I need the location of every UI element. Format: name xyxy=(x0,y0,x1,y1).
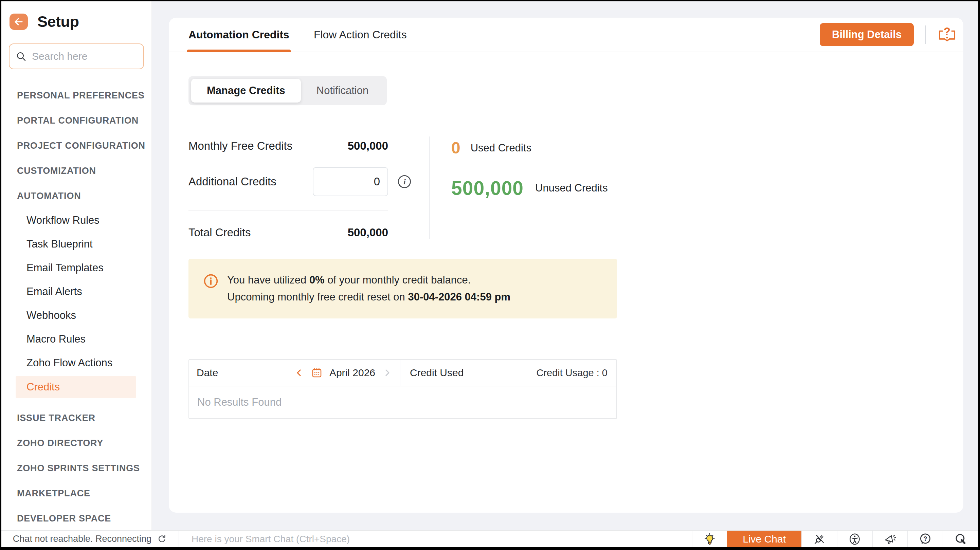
statusbar-icons: Live Chat ? xyxy=(692,531,978,547)
bottom-status-bar: Chat not reachable. Reconnecting Live Ch… xyxy=(2,530,978,547)
announcements-button[interactable] xyxy=(872,531,907,547)
usage-table-empty-row: No Results Found xyxy=(189,386,616,418)
sidebar-section-project-configuration[interactable]: PROJECT CONFIGURATION xyxy=(2,133,151,158)
credits-card: Automation Credits Flow Action Credits B… xyxy=(169,17,963,513)
previous-month-button[interactable] xyxy=(294,368,304,378)
sidebar-nav: PERSONAL PREFERENCES PORTAL CONFIGURATIO… xyxy=(2,83,151,530)
disconnect-button[interactable] xyxy=(802,531,837,547)
additional-credits-info-button[interactable]: i xyxy=(397,174,412,189)
accessibility-button[interactable] xyxy=(837,531,872,547)
reconnect-button[interactable] xyxy=(157,534,167,544)
additional-credits-row: Additional Credits i xyxy=(188,167,388,196)
smart-chat-input[interactable] xyxy=(191,533,688,545)
reset-datetime: 30-04-2026 04:59 pm xyxy=(408,291,511,303)
banner-text: You have utilized 0% of your monthly cre… xyxy=(227,272,511,305)
help-button[interactable]: ? xyxy=(907,531,943,547)
total-credits-row: Total Credits 500,000 xyxy=(188,226,388,239)
credits-usage-summary: 0 Used Credits 500,000 Unused Credits xyxy=(429,137,943,239)
search-icon xyxy=(16,51,27,62)
additional-credits-input[interactable] xyxy=(313,167,388,196)
chat-connection-status: Chat not reachable. Reconnecting xyxy=(2,531,179,547)
sidebar-item-credits[interactable]: Credits xyxy=(16,376,136,398)
utilized-percent: 0% xyxy=(309,274,325,286)
no-results-text: No Results Found xyxy=(197,396,282,409)
svg-text:i: i xyxy=(403,177,406,186)
main-background: Automation Credits Flow Action Credits B… xyxy=(152,2,978,530)
sidebar-section-customization[interactable]: CUSTOMIZATION xyxy=(2,158,151,183)
accessibility-icon xyxy=(848,533,861,545)
sidebar-section-developer-space[interactable]: DEVELOPER SPACE xyxy=(2,506,151,530)
credit-usage-total: Credit Usage : 0 xyxy=(536,367,608,378)
monthly-free-credits-row: Monthly Free Credits 500,000 xyxy=(188,137,388,156)
page-title: Setup xyxy=(37,13,79,30)
calendar-icon xyxy=(311,367,323,378)
banner-line-1: You have utilized 0% of your monthly cre… xyxy=(227,272,511,289)
magnifier-icon xyxy=(954,533,967,545)
tips-button[interactable] xyxy=(692,531,727,547)
date-header-cell: Date xyxy=(189,360,400,386)
calendar-picker-button[interactable] xyxy=(311,367,323,378)
chevron-right-icon xyxy=(382,368,392,378)
current-month-label: April 2026 xyxy=(329,367,375,378)
used-credits-label: Used Credits xyxy=(471,142,531,154)
sidebar-item-email-alerts[interactable]: Email Alerts xyxy=(2,280,151,304)
help-docs-button[interactable]: ? xyxy=(937,26,956,43)
monthly-free-credits-value: 500,000 xyxy=(348,140,388,153)
used-credits-row: 0 Used Credits xyxy=(451,138,943,157)
sidebar-section-automation[interactable]: AUTOMATION xyxy=(2,183,151,208)
live-chat-button[interactable]: Live Chat xyxy=(727,531,802,547)
sidebar-section-zoho-directory[interactable]: ZOHO DIRECTORY xyxy=(2,431,151,456)
unused-credits-label: Unused Credits xyxy=(535,182,608,194)
credit-used-header-cell: Credit Used Credit Usage : 0 xyxy=(400,360,616,386)
additional-credits-input-wrap: i xyxy=(313,167,388,196)
smart-chat-bar xyxy=(179,531,692,547)
search-input[interactable] xyxy=(31,50,152,62)
credits-summary: Monthly Free Credits 500,000 Additional … xyxy=(188,137,943,239)
card-header: Automation Credits Flow Action Credits B… xyxy=(169,17,963,52)
sidebar-item-workflow-rules[interactable]: Workflow Rules xyxy=(2,208,151,232)
sidebar-search-box xyxy=(9,43,144,69)
subtab-notification[interactable]: Notification xyxy=(301,79,384,103)
help-book-icon: ? xyxy=(937,26,956,43)
svg-text:?: ? xyxy=(923,536,927,542)
credit-usage-banner: You have utilized 0% of your monthly cre… xyxy=(188,259,617,318)
sidebar-section-issue-tracker[interactable]: ISSUE TRACKER xyxy=(2,405,151,431)
card-body: Manage Credits Notification Monthly Free… xyxy=(169,52,963,419)
subtab-manage-credits[interactable]: Manage Credits xyxy=(191,79,301,103)
zoom-search-button[interactable] xyxy=(943,531,978,547)
used-credits-value: 0 xyxy=(451,138,460,157)
setup-sidebar: Setup PERSONAL PREFERENCES PORTAL CONFIG… xyxy=(2,2,152,530)
sidebar-section-personal-preferences[interactable]: PERSONAL PREFERENCES xyxy=(2,83,151,108)
sidebar-item-macro-rules[interactable]: Macro Rules xyxy=(2,327,151,351)
credits-subtabs: Manage Credits Notification xyxy=(188,76,387,105)
chevron-left-icon xyxy=(294,368,304,378)
info-icon: i xyxy=(397,174,412,189)
header-divider xyxy=(925,25,926,44)
lightbulb-icon xyxy=(703,533,716,545)
sidebar-section-portal-configuration[interactable]: PORTAL CONFIGURATION xyxy=(2,108,151,133)
sidebar-section-marketplace[interactable]: MARKETPLACE xyxy=(2,481,151,506)
back-button[interactable] xyxy=(10,14,28,30)
plug-disconnect-icon xyxy=(813,533,826,545)
sidebar-item-task-blueprint[interactable]: Task Blueprint xyxy=(2,232,151,256)
sidebar-item-zoho-flow-actions[interactable]: Zoho Flow Actions xyxy=(2,351,151,375)
refresh-icon xyxy=(157,534,167,544)
credit-used-column-header: Credit Used xyxy=(410,367,463,378)
tab-automation-credits[interactable]: Automation Credits xyxy=(188,17,289,52)
tab-flow-action-credits[interactable]: Flow Action Credits xyxy=(314,17,407,52)
header-actions: Billing Details ? xyxy=(820,23,956,46)
unused-credits-row: 500,000 Unused Credits xyxy=(451,177,943,199)
month-navigator: April 2026 xyxy=(294,367,392,378)
svg-text:?: ? xyxy=(943,26,950,38)
billing-details-button[interactable]: Billing Details xyxy=(820,23,914,46)
arrow-left-icon xyxy=(14,17,24,27)
usage-table-header: Date xyxy=(189,360,616,386)
sidebar-item-webhooks[interactable]: Webhooks xyxy=(2,304,151,327)
next-month-button[interactable] xyxy=(382,368,392,378)
credits-tabs: Automation Credits Flow Action Credits xyxy=(188,17,407,52)
sidebar-item-email-templates[interactable]: Email Templates xyxy=(2,256,151,280)
live-chat-label: Live Chat xyxy=(743,533,786,545)
credits-divider xyxy=(188,210,388,211)
sidebar-section-zoho-sprints-settings[interactable]: ZOHO SPRINTS SETTINGS xyxy=(2,456,151,481)
monthly-free-credits-label: Monthly Free Credits xyxy=(188,140,293,153)
